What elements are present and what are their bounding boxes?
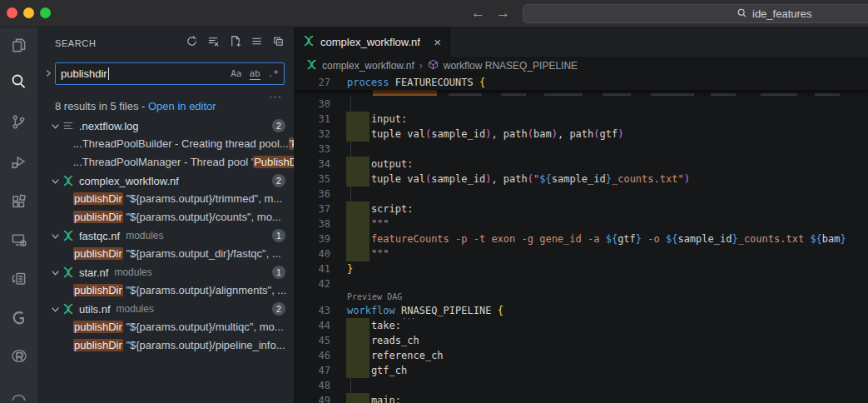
file-name: complex_workflow.nf: [79, 175, 179, 187]
activity-bar-item-task-explorer[interactable]: [0, 267, 37, 292]
new-search-editor-button[interactable]: [227, 35, 242, 50]
line-content: """: [330, 216, 868, 231]
search-result-match[interactable]: ...ThreadPoolManager - Thread pool 'Publ…: [37, 153, 294, 172]
code-line[interactable]: 33: [295, 142, 868, 157]
code-line[interactable]: 39 featureCounts -p -t exon -g gene_id -…: [295, 231, 868, 246]
codelens-preview-dag[interactable]: Preview DAG: [295, 291, 868, 303]
search-result-file[interactable]: utils.nfmodules2: [37, 300, 294, 318]
code-line[interactable]: 41}: [295, 261, 868, 276]
chevron-down-icon[interactable]: [49, 230, 62, 242]
back-button[interactable]: ←: [471, 3, 485, 23]
breadcrumb-symbol[interactable]: workflow RNASEQ_PIPELINE: [444, 60, 578, 72]
forward-button[interactable]: →: [496, 3, 510, 23]
match-case-toggle[interactable]: Aa: [231, 68, 241, 80]
code-line[interactable]: 45 reads_ch: [295, 333, 868, 348]
chevron-down-icon[interactable]: [49, 175, 62, 187]
code-line[interactable]: 32 tuple val(sample_id), path(bam), path…: [295, 127, 868, 142]
activity-bar-item-extensions[interactable]: [0, 191, 37, 216]
activity-bar-item-partial-item[interactable]: [0, 384, 37, 403]
refresh-button[interactable]: [184, 35, 199, 50]
match-highlight: publishDir: [73, 339, 123, 351]
code-line[interactable]: 40 """: [295, 246, 868, 261]
token-str: -o: [642, 233, 666, 245]
token-pnk: ): [684, 173, 690, 185]
zoom-window-button[interactable]: [40, 7, 51, 18]
code-line[interactable]: 47 gtf_ch: [295, 363, 868, 378]
indent-scope-highlight: [346, 246, 370, 261]
code-line[interactable]: 34 output:: [295, 157, 868, 172]
token-pl: sample_id: [677, 233, 732, 245]
match-context-after: "${params.output}/alignments", ...: [123, 284, 286, 296]
search-result-match[interactable]: publishDir "${params.output}/counts", mo…: [37, 208, 294, 226]
activity-bar-item-remote-explorer[interactable]: [0, 228, 37, 253]
search-result-match[interactable]: publishDir "${params.output}/pipeline_in…: [37, 336, 294, 355]
clear-results-button[interactable]: [206, 35, 221, 50]
code-line[interactable]: 30: [295, 97, 868, 112]
search-result-match[interactable]: publishDir "${params.output}/multiqc", m…: [37, 318, 294, 336]
nextflow-file-icon: [306, 59, 317, 72]
command-center-search[interactable]: ide_features: [523, 4, 868, 23]
search-input[interactable]: publishdir Aaab.*: [55, 62, 285, 85]
code-line[interactable]: 46 reference_ch: [295, 348, 868, 363]
search-result-file[interactable]: complex_workflow.nf2: [37, 172, 294, 190]
line-content: [330, 142, 868, 157]
line-content: [330, 378, 868, 393]
activity-bar-item-gitlens[interactable]: [0, 306, 37, 331]
code-line[interactable]: 43workflow RNASEQ_PIPELINE {: [295, 303, 868, 318]
token-kw: workflow: [347, 305, 395, 316]
search-result-file[interactable]: fastqc.nfmodules1: [37, 226, 294, 245]
code-area[interactable]: 27process FEATURECOUNTS {3031 input:32 t…: [295, 75, 868, 403]
line-content: input:: [330, 112, 868, 127]
code-line[interactable]: 37 script:: [295, 202, 868, 216]
task-icon: [11, 271, 27, 290]
line-content: process FEATURECOUNTS {: [330, 75, 868, 90]
open-in-editor-link[interactable]: Open in editor: [148, 100, 216, 112]
file-folder-description: modules: [117, 303, 154, 315]
activity-bar-item-source-control[interactable]: [0, 111, 37, 136]
code-line[interactable]: 36: [295, 187, 868, 202]
activity-bar-item-r-tools[interactable]: [0, 345, 37, 370]
code-line[interactable]: 49 main:: [295, 393, 868, 403]
code-line[interactable]: 35 tuple val(sample_id), path("${sample_…: [295, 172, 868, 187]
search-results-tree: .nextflow.log2...ThreadPoolBuilder - Cre…: [37, 117, 294, 355]
search-toggles: Aaab.*: [231, 68, 279, 80]
activity-bar-item-explorer[interactable]: [0, 34, 37, 59]
search-result-match[interactable]: ...ThreadPoolBuilder - Creating thread p…: [37, 135, 294, 153]
chevron-down-icon[interactable]: [49, 120, 62, 132]
use-regex-toggle[interactable]: .*: [268, 68, 279, 80]
search-result-file[interactable]: .nextflow.log2: [37, 117, 294, 135]
token-str: _counts.txt: [738, 233, 811, 245]
sticky-scroll-line[interactable]: 27process FEATURECOUNTS {: [295, 75, 868, 90]
match-context-after: "${params.output}/pipeline_info...: [123, 339, 285, 351]
code-line[interactable]: 48: [295, 378, 868, 393]
code-line[interactable]: 44 take:: [295, 318, 868, 333]
list-icon: [250, 35, 263, 51]
search-result-match[interactable]: publishDir "${params.output}/alignments"…: [37, 281, 294, 300]
tab-complex-workflow[interactable]: complex_workflow.nf ×: [295, 27, 450, 57]
toggle-search-details-button[interactable]: ···: [269, 90, 282, 102]
breadcrumb-file[interactable]: complex_workflow.nf: [322, 60, 414, 72]
text-caret: [108, 67, 109, 80]
chevron-down-icon[interactable]: [49, 303, 62, 316]
close-tab-icon[interactable]: ×: [434, 37, 441, 48]
view-as-list-button[interactable]: [249, 35, 264, 50]
code-line[interactable]: 38 """: [295, 216, 868, 231]
toggle-replace-button[interactable]: [42, 67, 54, 82]
search-result-match[interactable]: publishDir "${params.output_dir}/fastqc"…: [37, 245, 294, 263]
search-result-file[interactable]: star.nfmodules1: [37, 263, 294, 281]
close-window-button[interactable]: [7, 7, 17, 18]
collapse-all-button[interactable]: [270, 35, 285, 50]
chevron-down-icon[interactable]: [49, 266, 62, 279]
whole-word-toggle[interactable]: ab: [250, 68, 260, 80]
minimize-window-button[interactable]: [23, 7, 34, 18]
match-context-before: ...ThreadPoolManager - Thread pool ': [73, 156, 253, 168]
activity-bar-item-run-debug[interactable]: [0, 151, 37, 176]
partial-icon: [11, 389, 27, 403]
line-content: [330, 187, 868, 202]
line-number: 40: [295, 246, 330, 261]
code-line[interactable]: 42: [295, 276, 868, 291]
match-count-badge: 2: [272, 174, 285, 187]
search-result-match[interactable]: publishDir "${params.output}/trimmed", m…: [37, 190, 294, 208]
code-line[interactable]: 31 input:: [295, 112, 868, 127]
activity-bar-item-search[interactable]: [0, 70, 37, 95]
